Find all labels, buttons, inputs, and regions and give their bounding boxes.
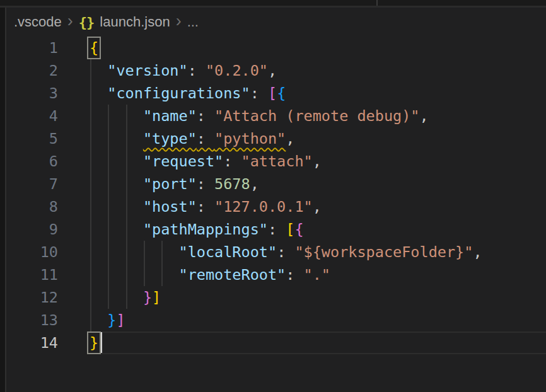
code-token — [90, 289, 143, 306]
code-token: , — [268, 62, 277, 79]
code-token: } — [143, 289, 152, 306]
gutter: 1234567891011121314 — [6, 37, 58, 354]
code-token — [90, 221, 143, 238]
code-token: "python" — [214, 130, 286, 147]
code-token: "${workspaceFolder}" — [294, 243, 473, 261]
line-number[interactable]: 11 — [6, 263, 58, 286]
code-token: : — [197, 198, 214, 216]
chevron-right-icon: › — [176, 13, 182, 32]
line-number[interactable]: 13 — [6, 309, 58, 331]
line-number[interactable]: 7 — [6, 173, 58, 195]
code-line[interactable]: }] — [90, 309, 546, 331]
breadcrumb: .vscode › {} launch.json › ... — [6, 8, 546, 37]
line-number[interactable]: 1 — [6, 37, 58, 59]
code-token: "name" — [143, 107, 197, 125]
code-token: : — [188, 62, 206, 79]
code-token: : — [197, 130, 214, 147]
code-token: , — [313, 198, 322, 216]
code-token — [90, 153, 143, 170]
code-line[interactable]: "name": "Attach (remote debug)", — [90, 105, 546, 127]
code-line[interactable]: "configurations": [{ — [90, 82, 546, 105]
code-token: : — [277, 243, 294, 261]
code-token: "0.2.0" — [206, 62, 268, 79]
code-token — [90, 84, 107, 102]
code-line[interactable]: "remoteRoot": "." — [90, 263, 546, 286]
line-number[interactable]: 14 — [6, 331, 58, 354]
code-token: , — [250, 175, 259, 193]
code-line[interactable]: "version": "0.2.0", — [90, 59, 546, 82]
code-token: "localRoot" — [178, 243, 277, 261]
code-token: { — [277, 84, 286, 102]
left-rail — [0, 8, 5, 392]
code-token: : — [197, 175, 214, 193]
code-token: : — [286, 266, 303, 284]
code-line[interactable]: { — [90, 37, 546, 59]
code-token — [90, 243, 178, 261]
code-line[interactable]: } — [90, 331, 546, 354]
line-number[interactable]: 12 — [6, 286, 58, 309]
breadcrumb-item-folder[interactable]: .vscode — [14, 14, 62, 30]
breadcrumb-item-file[interactable]: launch.json — [100, 14, 170, 30]
code-token: : — [223, 153, 241, 170]
code-token: "." — [304, 266, 330, 284]
code-token: "request" — [143, 153, 223, 170]
vscode-editor-window: .vscode › {} launch.json › ... 123456789… — [0, 0, 546, 392]
chevron-right-icon: › — [67, 13, 73, 32]
code-token: : — [250, 84, 268, 102]
code-line[interactable]: "localRoot": "${workspaceFolder}", — [90, 241, 546, 263]
tab-divider — [376, 0, 378, 6]
line-number[interactable]: 6 — [6, 150, 58, 173]
code-token: , — [473, 243, 482, 261]
warning-squiggle: "type": "python" — [143, 130, 286, 147]
tab-bar — [0, 0, 546, 6]
line-number[interactable]: 10 — [6, 241, 58, 263]
line-number[interactable]: 5 — [6, 127, 58, 150]
code-token: ] — [152, 289, 161, 306]
json-file-icon: {} — [79, 14, 95, 30]
code-token: "type" — [143, 130, 197, 147]
code-token: , — [286, 130, 294, 147]
code-token: "pathMappings" — [143, 221, 268, 238]
code-line[interactable]: }] — [90, 286, 546, 309]
code-line[interactable]: "type": "python", — [90, 127, 546, 150]
code-token: : — [197, 107, 214, 125]
code-line[interactable]: "host": "127.0.0.1", — [90, 195, 546, 218]
code-token — [90, 266, 178, 284]
line-number[interactable]: 4 — [6, 105, 58, 127]
code-token — [90, 62, 107, 79]
code-line[interactable]: "port": 5678, — [90, 173, 546, 195]
code-token: "127.0.0.1" — [214, 198, 313, 216]
matched-bracket: } — [90, 334, 98, 352]
code-token: "attach" — [241, 153, 313, 170]
code-token: , — [420, 107, 429, 125]
code-token — [90, 198, 143, 216]
code-line[interactable]: "request": "attach", — [90, 150, 546, 173]
code-token: "host" — [143, 198, 197, 216]
line-number[interactable]: 2 — [6, 59, 58, 82]
code-lines: { "version": "0.2.0", "configurations": … — [90, 37, 546, 354]
breadcrumb-symbol-ellipsis[interactable]: ... — [187, 14, 199, 30]
code-token — [90, 107, 143, 125]
code-token: [ — [286, 221, 294, 238]
code-token — [90, 175, 143, 193]
line-number[interactable]: 3 — [6, 82, 58, 105]
line-number[interactable]: 8 — [6, 195, 58, 218]
code-token: : — [268, 221, 286, 238]
code-line[interactable]: "pathMappings": [{ — [90, 218, 546, 241]
code-token — [90, 311, 107, 329]
code-token: "Attach (remote debug)" — [214, 107, 419, 125]
code-token: ] — [116, 311, 125, 329]
code-token: [ — [268, 84, 277, 102]
code-token: "version" — [107, 62, 187, 79]
code-token: { — [294, 221, 303, 238]
line-number[interactable]: 9 — [6, 218, 58, 241]
code-editor[interactable]: 1234567891011121314 { "version": "0.2.0"… — [6, 37, 546, 354]
code-token: "port" — [143, 175, 197, 193]
text-cursor — [100, 332, 102, 353]
matched-bracket: { — [90, 39, 98, 57]
code-token: 5678 — [214, 175, 250, 193]
code-token: "configurations" — [107, 84, 250, 102]
code-token — [90, 130, 143, 147]
code-token: "remoteRoot" — [178, 266, 286, 284]
code-token: } — [107, 311, 116, 329]
